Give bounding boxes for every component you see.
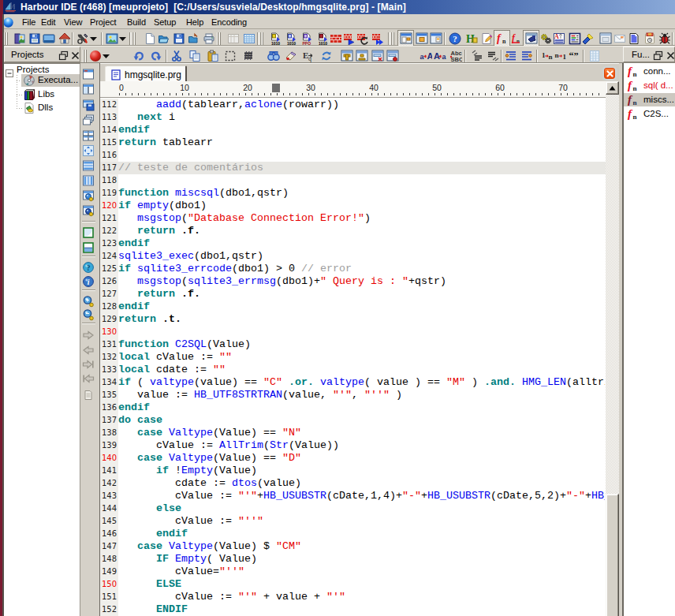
format-icon[interactable] bbox=[242, 50, 255, 62]
tools-icon[interactable] bbox=[76, 32, 89, 45]
form-screen-icon[interactable] bbox=[43, 32, 55, 45]
code-line[interactable]: 144 else bbox=[100, 502, 606, 515]
menu-setup[interactable]: Setup bbox=[154, 17, 176, 28]
code-line[interactable]: 121 msgstop("Database Connection Error!"… bbox=[100, 212, 606, 225]
compile-ppo-icon[interactable]: PPO bbox=[301, 32, 314, 45]
function-item-c2s[interactable]: fnC2S... bbox=[624, 107, 675, 121]
title-bar[interactable]: Harbour IDE (r468) [meuprojeto] [C:/User… bbox=[3, 0, 675, 14]
code-line[interactable]: 140 case Valtype(Value) == "D" bbox=[100, 452, 606, 465]
mdi-child-icon[interactable] bbox=[3, 17, 13, 27]
find-icon[interactable] bbox=[267, 50, 280, 62]
tab-hmgsqlite[interactable]: hmgsqlite.prg bbox=[105, 65, 187, 82]
pane-split-icon[interactable] bbox=[82, 241, 95, 254]
code-line[interactable]: 127 return .f. bbox=[100, 288, 606, 301]
code-line[interactable]: 137do case bbox=[100, 414, 606, 427]
function-item-conn[interactable]: fnconn... bbox=[624, 65, 675, 78]
win-view-1-icon[interactable] bbox=[82, 189, 95, 202]
upper-lower-icon[interactable]: Aa bbox=[434, 50, 446, 62]
bm-stamp-icon[interactable] bbox=[356, 50, 368, 62]
undo-icon[interactable] bbox=[132, 50, 145, 62]
code-line[interactable]: 114endif bbox=[100, 124, 606, 136]
tree-item-dlls[interactable]: Dlls bbox=[21, 102, 80, 114]
indent-icon[interactable] bbox=[520, 50, 533, 62]
window-hand-icon[interactable] bbox=[525, 32, 538, 45]
replace-icon[interactable]: Eq bbox=[302, 50, 315, 62]
refresh-icon[interactable] bbox=[320, 50, 333, 62]
toolbar-grip[interactable] bbox=[390, 32, 395, 45]
menu-project[interactable]: Project bbox=[90, 17, 117, 28]
code-line[interactable]: 118 bbox=[100, 174, 606, 187]
open-file-icon[interactable] bbox=[158, 32, 170, 45]
window-form-3-icon[interactable] bbox=[430, 32, 442, 45]
toolbar-grip[interactable] bbox=[132, 32, 136, 45]
para-marks-icon[interactable]: “” bbox=[569, 50, 581, 62]
new-file-icon[interactable] bbox=[144, 32, 156, 45]
code-line[interactable]: 152 ENDIF bbox=[100, 603, 606, 616]
menu-file[interactable]: File bbox=[22, 17, 35, 28]
cut-icon[interactable] bbox=[170, 50, 183, 62]
bookmark-book-icon[interactable] bbox=[285, 50, 297, 62]
abc-case-icon[interactable]: AbcSBC bbox=[449, 50, 462, 62]
code-line[interactable]: 135 value := HB_UTF8STRTRAN(value, "'", … bbox=[100, 389, 606, 401]
code-line[interactable]: 134if ( valtype(value) == "C" .or. valty… bbox=[100, 376, 606, 389]
code-line[interactable]: 150 ELSE bbox=[100, 578, 606, 591]
toolbar-grip[interactable] bbox=[4, 32, 9, 45]
code-line[interactable]: 143 cValue := "'"+HB_USUBSTR(cDate,1,4)+… bbox=[100, 490, 606, 502]
window-form-1-icon[interactable] bbox=[400, 32, 412, 45]
nav-next-icon[interactable] bbox=[82, 329, 95, 342]
record-icon[interactable] bbox=[89, 50, 102, 62]
menu-build[interactable]: Build bbox=[127, 17, 146, 28]
code-line[interactable]: 119function miscsql(dbo1,qstr) bbox=[100, 187, 606, 200]
tree-root-label[interactable]: Projects bbox=[17, 65, 50, 74]
toolbar-grip[interactable] bbox=[259, 32, 264, 45]
code-line[interactable]: 146 endif bbox=[100, 528, 606, 540]
close-panel-icon[interactable] bbox=[666, 50, 675, 60]
bm-clear-icon[interactable] bbox=[371, 50, 384, 62]
code-line[interactable]: 116 bbox=[100, 149, 606, 162]
code-line[interactable]: 125if sqlite3_errcode(dbo1) > 0 // error bbox=[100, 263, 606, 275]
info-small-icon[interactable]: i bbox=[82, 275, 95, 288]
close-tab-button[interactable] bbox=[604, 68, 615, 79]
print-icon[interactable] bbox=[203, 32, 215, 45]
help-icon[interactable]: ? bbox=[449, 32, 461, 45]
open-from-icon[interactable] bbox=[188, 32, 200, 45]
tree-item-executa[interactable]: Executa... bbox=[21, 74, 80, 87]
code-line[interactable]: 115return tablearr bbox=[100, 136, 606, 149]
zoom-out-icon[interactable] bbox=[82, 308, 95, 321]
code-line[interactable]: 112 aadd(tablearr,aclone(rowarr)) bbox=[100, 99, 606, 111]
menu-help[interactable]: Help bbox=[186, 17, 203, 28]
save-file-icon[interactable] bbox=[173, 32, 185, 45]
window-form-2-icon[interactable] bbox=[416, 32, 428, 45]
menu-view[interactable]: View bbox=[64, 17, 82, 28]
window-gray-icon[interactable] bbox=[599, 32, 612, 45]
grid-blue-icon[interactable] bbox=[243, 32, 255, 45]
code-line[interactable]: 145 cValue := "''" bbox=[100, 515, 606, 528]
code-line[interactable]: 149 cValue="''" bbox=[100, 566, 606, 578]
nav-first-icon[interactable] bbox=[82, 372, 95, 385]
doc-small-icon[interactable] bbox=[82, 389, 95, 401]
copy-icon[interactable] bbox=[188, 50, 201, 62]
build-brick-icon[interactable] bbox=[330, 32, 342, 45]
paste-icon[interactable] bbox=[207, 50, 219, 62]
toolbar-grip[interactable] bbox=[217, 32, 222, 45]
compile-b-icon[interactable]: 1010 bbox=[285, 32, 298, 45]
toolbar-grip[interactable] bbox=[83, 50, 88, 62]
code-line[interactable]: 128endif bbox=[100, 301, 606, 313]
win-save-icon[interactable] bbox=[82, 99, 95, 111]
win-view-2-icon[interactable] bbox=[82, 204, 95, 217]
vertical-scrollbar[interactable] bbox=[606, 81, 619, 616]
one-to-n-icon[interactable]: 1n bbox=[541, 50, 554, 62]
select-icon[interactable] bbox=[224, 50, 237, 62]
code-line[interactable]: 139 cValue := AllTrim(Str(Value)) bbox=[100, 439, 606, 452]
code-line[interactable]: 136endif bbox=[100, 401, 606, 414]
open-project-icon[interactable] bbox=[13, 32, 26, 45]
win-expand-icon[interactable] bbox=[82, 144, 95, 157]
harbour-help-icon[interactable]: H bbox=[465, 32, 478, 45]
code-line[interactable]: 131function C2SQL(Value) bbox=[100, 338, 606, 351]
functions-panel-header[interactable]: Fu... bbox=[623, 47, 675, 62]
tree-expander-icon[interactable] bbox=[6, 66, 13, 80]
win-cols-icon[interactable] bbox=[82, 174, 95, 187]
nav-last-icon[interactable] bbox=[82, 358, 95, 371]
compile-r-icon[interactable]: 1010 bbox=[317, 32, 330, 45]
bm-toggle-icon[interactable] bbox=[341, 50, 353, 62]
